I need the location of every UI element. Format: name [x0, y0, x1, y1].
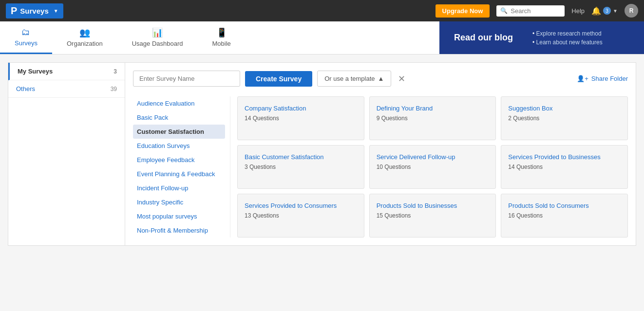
- template-title-1: Defining Your Brand: [377, 105, 489, 112]
- top-navigation: P Surveys ▼ Upgrade Now 🔍 Help 🔔 3 ▼ R: [0, 0, 644, 21]
- my-surveys-label: My Surveys: [18, 68, 53, 75]
- template-title-8: Products Sold to Consumers: [508, 202, 621, 209]
- main-content: My Surveys 3 Others 39 Create Survey Or …: [0, 55, 644, 254]
- category-item-employee-feedback[interactable]: Employee Feedback: [133, 153, 225, 167]
- bell-icon: 🔔: [591, 6, 601, 16]
- create-survey-button[interactable]: Create Survey: [245, 71, 312, 87]
- tab-dashboard-label: Usage Dashboard: [132, 40, 183, 47]
- template-card-services-provided-businesses[interactable]: Services Provided to Businesses 14 Quest…: [501, 145, 628, 189]
- template-title-6: Services Provided to Consumers: [245, 202, 357, 209]
- help-link[interactable]: Help: [571, 7, 585, 15]
- template-btn-arrow: ▲: [378, 75, 384, 82]
- template-count-4: 10 Questions: [377, 164, 489, 170]
- sidebar: My Surveys 3 Others 39: [8, 62, 125, 246]
- create-row: Create Survey Or use a template ▲ ✕ 👤+ S…: [133, 71, 628, 87]
- tab-organization-label: Organization: [67, 40, 103, 47]
- category-item-customer-satisfaction[interactable]: Customer Satisfaction: [133, 125, 225, 139]
- notif-dropdown-arrow[interactable]: ▼: [613, 8, 618, 14]
- surveys-tab-icon: 🗂: [21, 27, 30, 37]
- others-label: Others: [16, 85, 35, 92]
- user-avatar[interactable]: R: [625, 4, 638, 18]
- template-title-7: Products Sold to Businesses: [377, 202, 489, 209]
- category-list: Audience Evaluation Basic Pack Customer …: [133, 96, 230, 238]
- notification-area[interactable]: 🔔 3 ▼: [591, 6, 618, 16]
- blog-banner[interactable]: Read our blog Explore research method Le…: [439, 21, 644, 54]
- sidebar-my-surveys[interactable]: My Surveys 3: [8, 63, 125, 80]
- share-folder-icon: 👤+: [577, 75, 588, 82]
- top-nav-right: Upgrade Now 🔍 Help 🔔 3 ▼ R: [436, 4, 638, 18]
- template-btn-label: Or use a template: [324, 75, 375, 82]
- survey-name-input[interactable]: [133, 71, 240, 87]
- blog-bullet-2: Learn about new features: [532, 39, 603, 46]
- tab-surveys-label: Surveys: [15, 39, 38, 47]
- template-card-products-sold-businesses[interactable]: Products Sold to Businesses 15 Questions: [369, 194, 496, 238]
- brand-logo[interactable]: P Surveys ▼: [6, 3, 63, 18]
- template-card-products-sold-consumers[interactable]: Products Sold to Consumers 16 Questions: [501, 194, 628, 238]
- notification-badge: 3: [603, 7, 611, 15]
- template-title-3: Basic Customer Satisfaction: [245, 153, 357, 161]
- blog-bullets: Explore research method Learn about new …: [532, 30, 603, 46]
- search-icon: 🔍: [500, 7, 508, 14]
- template-card-suggestion-box[interactable]: Suggestion Box 2 Questions: [501, 96, 628, 140]
- template-card-services-provided-consumers[interactable]: Services Provided to Consumers 13 Questi…: [237, 194, 364, 238]
- template-card-defining-your-brand[interactable]: Defining Your Brand 9 Questions: [369, 96, 496, 140]
- template-title-4: Service Delivered Follow-up: [377, 153, 489, 161]
- upgrade-button[interactable]: Upgrade Now: [436, 4, 490, 18]
- share-folder-button[interactable]: 👤+ Share Folder: [577, 75, 628, 82]
- others-count: 39: [111, 86, 117, 92]
- close-button[interactable]: ✕: [396, 72, 407, 86]
- template-card-service-delivered-followup[interactable]: Service Delivered Follow-up 10 Questions: [369, 145, 496, 189]
- create-row-left: Create Survey Or use a template ▲ ✕: [133, 71, 407, 87]
- use-template-button[interactable]: Or use a template ▲: [317, 71, 391, 87]
- template-title-2: Suggestion Box: [508, 105, 621, 112]
- templates-grid: Company Satisfaction 14 Questions Defini…: [230, 96, 628, 238]
- blog-title: Read our blog: [454, 33, 513, 43]
- category-item-event-planning[interactable]: Event Planning & Feedback: [133, 167, 225, 181]
- category-item-basic-pack[interactable]: Basic Pack: [133, 110, 225, 125]
- template-count-1: 9 Questions: [377, 115, 489, 122]
- template-count-2: 2 Questions: [508, 115, 621, 122]
- blog-bullet-1: Explore research method: [532, 30, 603, 37]
- logo-letter: P: [11, 5, 17, 17]
- template-title-0: Company Satisfaction: [245, 105, 357, 112]
- template-area: Audience Evaluation Basic Pack Customer …: [133, 96, 628, 238]
- category-item-education-surveys[interactable]: Education Surveys: [133, 139, 225, 153]
- template-card-basic-customer-satisfaction[interactable]: Basic Customer Satisfaction 3 Questions: [237, 145, 364, 189]
- category-item-industry-specific[interactable]: Industry Specific: [133, 195, 225, 209]
- template-title-5: Services Provided to Businesses: [508, 153, 621, 161]
- template-count-6: 13 Questions: [245, 212, 357, 219]
- my-surveys-count: 3: [114, 68, 117, 75]
- mobile-tab-icon: 📱: [216, 27, 227, 38]
- template-count-8: 16 Questions: [508, 212, 621, 219]
- nav-tabs: 🗂 Surveys 👥 Organization 📊 Usage Dashboa…: [0, 21, 439, 54]
- template-count-3: 3 Questions: [245, 164, 357, 170]
- category-item-audience-evaluation[interactable]: Audience Evaluation: [133, 96, 225, 110]
- template-card-company-satisfaction[interactable]: Company Satisfaction 14 Questions: [237, 96, 364, 140]
- top-nav-left: P Surveys ▼: [6, 3, 63, 18]
- secondary-navigation: 🗂 Surveys 👥 Organization 📊 Usage Dashboa…: [0, 21, 644, 55]
- share-folder-label: Share Folder: [591, 75, 628, 82]
- tab-mobile-label: Mobile: [212, 40, 230, 47]
- template-count-5: 14 Questions: [508, 164, 621, 170]
- organization-tab-icon: 👥: [79, 27, 90, 38]
- tab-usage-dashboard[interactable]: 📊 Usage Dashboard: [117, 21, 198, 54]
- category-item-nonprofit[interactable]: Non-Profit & Membership: [133, 223, 225, 238]
- brand-name: Surveys: [20, 7, 48, 15]
- template-count-7: 15 Questions: [377, 212, 489, 219]
- tab-mobile[interactable]: 📱 Mobile: [197, 21, 245, 54]
- search-input[interactable]: [511, 7, 559, 15]
- tab-organization[interactable]: 👥 Organization: [52, 21, 117, 54]
- sidebar-others[interactable]: Others 39: [8, 80, 125, 98]
- search-box: 🔍: [496, 5, 565, 17]
- category-item-incident-followup[interactable]: Incident Follow-up: [133, 181, 225, 195]
- tab-surveys[interactable]: 🗂 Surveys: [0, 21, 52, 54]
- right-panel: Create Survey Or use a template ▲ ✕ 👤+ S…: [125, 62, 636, 246]
- dashboard-tab-icon: 📊: [152, 27, 163, 38]
- template-count-0: 14 Questions: [245, 115, 357, 122]
- brand-dropdown-arrow[interactable]: ▼: [54, 8, 58, 14]
- category-item-most-popular[interactable]: Most popular surveys: [133, 209, 225, 223]
